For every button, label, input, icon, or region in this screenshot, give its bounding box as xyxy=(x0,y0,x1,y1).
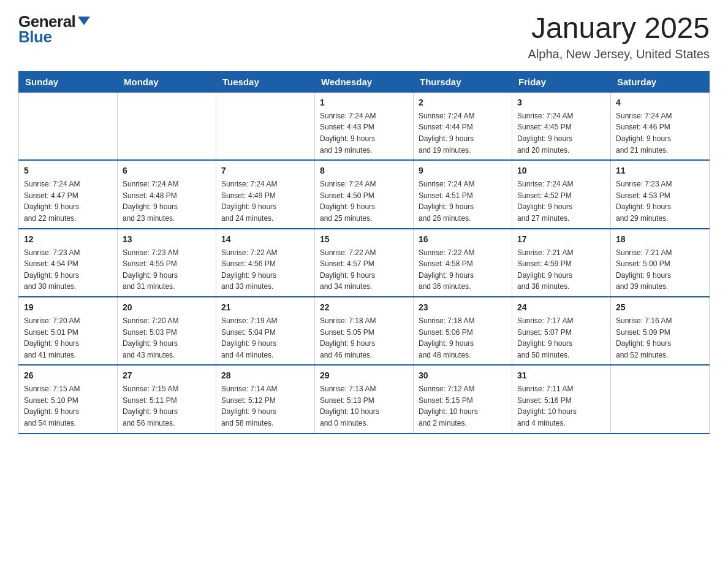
day-number: 6 xyxy=(123,164,211,177)
day-info: Sunrise: 7:23 AMSunset: 4:55 PMDaylight:… xyxy=(123,247,211,293)
page-header: General Blue January 2025 Alpha, New Jer… xyxy=(18,12,710,61)
location-title: Alpha, New Jersey, United States xyxy=(528,47,710,61)
calendar-day-4: 4Sunrise: 7:24 AMSunset: 4:46 PMDaylight… xyxy=(611,92,710,160)
day-info: Sunrise: 7:24 AMSunset: 4:47 PMDaylight:… xyxy=(24,178,112,224)
day-info: Sunrise: 7:12 AMSunset: 5:15 PMDaylight:… xyxy=(419,383,507,429)
day-info: Sunrise: 7:24 AMSunset: 4:51 PMDaylight:… xyxy=(419,178,507,224)
calendar-day-26: 26Sunrise: 7:15 AMSunset: 5:10 PMDayligh… xyxy=(19,365,118,433)
day-info: Sunrise: 7:24 AMSunset: 4:45 PMDaylight:… xyxy=(517,110,605,156)
calendar-day-31: 31Sunrise: 7:11 AMSunset: 5:16 PMDayligh… xyxy=(512,365,611,433)
day-number: 14 xyxy=(221,233,309,246)
calendar-header-saturday: Saturday xyxy=(611,71,710,92)
calendar-day-5: 5Sunrise: 7:24 AMSunset: 4:47 PMDaylight… xyxy=(19,160,118,228)
calendar-header-sunday: Sunday xyxy=(19,71,118,92)
calendar-day-28: 28Sunrise: 7:14 AMSunset: 5:12 PMDayligh… xyxy=(216,365,315,433)
calendar-day-24: 24Sunrise: 7:17 AMSunset: 5:07 PMDayligh… xyxy=(512,297,611,365)
day-number: 30 xyxy=(419,369,507,382)
day-info: Sunrise: 7:24 AMSunset: 4:43 PMDaylight:… xyxy=(320,110,408,156)
calendar-week-row: 1Sunrise: 7:24 AMSunset: 4:43 PMDaylight… xyxy=(19,92,710,160)
day-number: 11 xyxy=(616,164,704,177)
day-info: Sunrise: 7:24 AMSunset: 4:46 PMDaylight:… xyxy=(616,110,704,156)
calendar-header-wednesday: Wednesday xyxy=(315,71,414,92)
day-info: Sunrise: 7:21 AMSunset: 4:59 PMDaylight:… xyxy=(517,247,605,293)
day-number: 19 xyxy=(24,301,112,314)
day-info: Sunrise: 7:17 AMSunset: 5:07 PMDaylight:… xyxy=(517,315,605,361)
calendar-day-19: 19Sunrise: 7:20 AMSunset: 5:01 PMDayligh… xyxy=(19,297,118,365)
day-info: Sunrise: 7:19 AMSunset: 5:04 PMDaylight:… xyxy=(221,315,309,361)
calendar-day-25: 25Sunrise: 7:16 AMSunset: 5:09 PMDayligh… xyxy=(611,297,710,365)
day-info: Sunrise: 7:23 AMSunset: 4:54 PMDaylight:… xyxy=(24,247,112,293)
calendar-week-row: 19Sunrise: 7:20 AMSunset: 5:01 PMDayligh… xyxy=(19,297,710,365)
calendar-header-row: SundayMondayTuesdayWednesdayThursdayFrid… xyxy=(19,71,710,92)
calendar-day-15: 15Sunrise: 7:22 AMSunset: 4:57 PMDayligh… xyxy=(315,229,414,297)
day-info: Sunrise: 7:20 AMSunset: 5:01 PMDaylight:… xyxy=(24,315,112,361)
calendar-day-21: 21Sunrise: 7:19 AMSunset: 5:04 PMDayligh… xyxy=(216,297,315,365)
day-info: Sunrise: 7:22 AMSunset: 4:56 PMDaylight:… xyxy=(221,247,309,293)
calendar-day-13: 13Sunrise: 7:23 AMSunset: 4:55 PMDayligh… xyxy=(118,229,216,297)
calendar-day-10: 10Sunrise: 7:24 AMSunset: 4:52 PMDayligh… xyxy=(512,160,611,228)
calendar-header-friday: Friday xyxy=(512,71,611,92)
day-info: Sunrise: 7:15 AMSunset: 5:11 PMDaylight:… xyxy=(123,383,211,429)
calendar-table: SundayMondayTuesdayWednesdayThursdayFrid… xyxy=(18,71,710,434)
day-info: Sunrise: 7:13 AMSunset: 5:13 PMDaylight:… xyxy=(320,383,408,429)
day-number: 4 xyxy=(616,96,704,109)
calendar-day-20: 20Sunrise: 7:20 AMSunset: 5:03 PMDayligh… xyxy=(118,297,216,365)
calendar-day-27: 27Sunrise: 7:15 AMSunset: 5:11 PMDayligh… xyxy=(118,365,216,433)
day-info: Sunrise: 7:18 AMSunset: 5:06 PMDaylight:… xyxy=(419,315,507,361)
calendar-empty-cell xyxy=(19,92,118,160)
day-info: Sunrise: 7:18 AMSunset: 5:05 PMDaylight:… xyxy=(320,315,408,361)
calendar-day-8: 8Sunrise: 7:24 AMSunset: 4:50 PMDaylight… xyxy=(315,160,414,228)
calendar-day-22: 22Sunrise: 7:18 AMSunset: 5:05 PMDayligh… xyxy=(315,297,414,365)
day-info: Sunrise: 7:22 AMSunset: 4:57 PMDaylight:… xyxy=(320,247,408,293)
calendar-week-row: 5Sunrise: 7:24 AMSunset: 4:47 PMDaylight… xyxy=(19,160,710,228)
day-info: Sunrise: 7:11 AMSunset: 5:16 PMDaylight:… xyxy=(517,383,605,429)
logo-blue-text: Blue xyxy=(18,28,51,47)
day-number: 25 xyxy=(616,301,704,314)
day-number: 29 xyxy=(320,369,408,382)
day-number: 10 xyxy=(517,164,605,177)
day-number: 2 xyxy=(419,96,507,109)
day-number: 8 xyxy=(320,164,408,177)
title-section: January 2025 Alpha, New Jersey, United S… xyxy=(528,12,710,61)
day-number: 12 xyxy=(24,233,112,246)
calendar-empty-cell xyxy=(216,92,315,160)
day-info: Sunrise: 7:21 AMSunset: 5:00 PMDaylight:… xyxy=(616,247,704,293)
month-title: January 2025 xyxy=(528,12,710,45)
day-number: 1 xyxy=(320,96,408,109)
day-info: Sunrise: 7:24 AMSunset: 4:48 PMDaylight:… xyxy=(123,178,211,224)
calendar-day-29: 29Sunrise: 7:13 AMSunset: 5:13 PMDayligh… xyxy=(315,365,414,433)
day-number: 28 xyxy=(221,369,309,382)
calendar-week-row: 12Sunrise: 7:23 AMSunset: 4:54 PMDayligh… xyxy=(19,229,710,297)
calendar-header-tuesday: Tuesday xyxy=(216,71,315,92)
day-number: 18 xyxy=(616,233,704,246)
day-info: Sunrise: 7:20 AMSunset: 5:03 PMDaylight:… xyxy=(123,315,211,361)
day-number: 26 xyxy=(24,369,112,382)
calendar-day-30: 30Sunrise: 7:12 AMSunset: 5:15 PMDayligh… xyxy=(414,365,512,433)
calendar-header-monday: Monday xyxy=(118,71,216,92)
day-info: Sunrise: 7:24 AMSunset: 4:49 PMDaylight:… xyxy=(221,178,309,224)
logo: General Blue xyxy=(18,12,90,47)
day-number: 21 xyxy=(221,301,309,314)
calendar-day-16: 16Sunrise: 7:22 AMSunset: 4:58 PMDayligh… xyxy=(414,229,512,297)
calendar-empty-cell xyxy=(118,92,216,160)
calendar-day-6: 6Sunrise: 7:24 AMSunset: 4:48 PMDaylight… xyxy=(118,160,216,228)
calendar-day-23: 23Sunrise: 7:18 AMSunset: 5:06 PMDayligh… xyxy=(414,297,512,365)
calendar-day-1: 1Sunrise: 7:24 AMSunset: 4:43 PMDaylight… xyxy=(315,92,414,160)
day-number: 22 xyxy=(320,301,408,314)
calendar-header-thursday: Thursday xyxy=(414,71,512,92)
calendar-empty-cell xyxy=(611,365,710,433)
day-number: 24 xyxy=(517,301,605,314)
day-info: Sunrise: 7:24 AMSunset: 4:50 PMDaylight:… xyxy=(320,178,408,224)
day-number: 9 xyxy=(419,164,507,177)
calendar-day-17: 17Sunrise: 7:21 AMSunset: 4:59 PMDayligh… xyxy=(512,229,611,297)
day-number: 27 xyxy=(123,369,211,382)
day-number: 16 xyxy=(419,233,507,246)
calendar-day-12: 12Sunrise: 7:23 AMSunset: 4:54 PMDayligh… xyxy=(19,229,118,297)
calendar-day-9: 9Sunrise: 7:24 AMSunset: 4:51 PMDaylight… xyxy=(414,160,512,228)
day-number: 20 xyxy=(123,301,211,314)
day-info: Sunrise: 7:16 AMSunset: 5:09 PMDaylight:… xyxy=(616,315,704,361)
day-number: 7 xyxy=(221,164,309,177)
day-info: Sunrise: 7:22 AMSunset: 4:58 PMDaylight:… xyxy=(419,247,507,293)
calendar-day-2: 2Sunrise: 7:24 AMSunset: 4:44 PMDaylight… xyxy=(414,92,512,160)
calendar-day-14: 14Sunrise: 7:22 AMSunset: 4:56 PMDayligh… xyxy=(216,229,315,297)
